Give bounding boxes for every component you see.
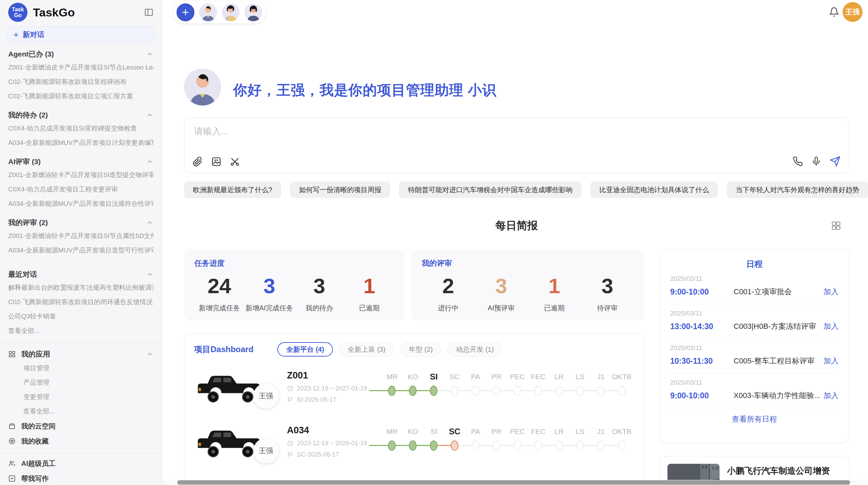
chat-input[interactable] — [193, 125, 840, 145]
app-item-project-mgmt[interactable]: 项目管理 — [8, 361, 154, 375]
list-item[interactable]: A034-全新新能源MUV产品开发项目造型可行性评审 — [8, 243, 154, 258]
milestone-dot — [388, 386, 396, 396]
join-button[interactable]: 加入 — [823, 321, 839, 332]
milestone-label: PA — [465, 372, 486, 382]
milestone-dot — [555, 386, 563, 396]
divider — [0, 453, 162, 454]
milestone-label: PR — [486, 427, 507, 436]
app-window: Task Go TaskGo + 新对话 Agent已办 (3) Z001-全新… — [0, 0, 868, 485]
input-tools-left — [193, 157, 240, 167]
tab-platform[interactable]: 全新平台 (4) — [277, 342, 333, 357]
list-item[interactable]: Z001-全新燃油轻卡产品开发项目SI造型提交物评审 — [8, 168, 154, 182]
star-circle-icon — [8, 437, 16, 445]
new-chat-button[interactable]: + 新对话 — [8, 27, 154, 42]
milestone-label: LR — [548, 372, 569, 382]
list-item[interactable]: A034-全新新能源MUV产品开发项目法规符合性评审 — [8, 197, 154, 211]
section-my-apps[interactable]: 我的应用 — [8, 347, 154, 361]
help-me-write[interactable]: 帮我写作 — [8, 471, 154, 485]
attach-icon[interactable] — [193, 157, 203, 167]
member-avatar[interactable] — [244, 3, 262, 21]
milestone-lr: LR — [548, 372, 569, 396]
suggestion-chip[interactable]: 比亚迪全固态电池计划具体说了什么 — [590, 182, 718, 198]
member-avatar[interactable] — [199, 3, 217, 21]
app-logo: Task Go — [8, 3, 27, 22]
join-button[interactable]: 加入 — [823, 356, 839, 366]
member-avatar[interactable] — [222, 3, 240, 21]
my-favorites[interactable]: 我的收藏 — [8, 434, 154, 449]
milestone-dot — [493, 386, 500, 396]
ai-super-staff[interactable]: AI超级员工 — [8, 456, 154, 471]
tab-upfit[interactable]: 全新上装 (3) — [339, 342, 394, 357]
list-item[interactable]: C02-飞腾新能源轻客改款项目的闭环通告反馈情况 — [8, 295, 154, 309]
list-item[interactable]: C0X4-动力总成开发项目工程变更评审 — [8, 182, 154, 197]
list-item[interactable]: Z001-全新燃油皮卡产品开发项目SI节点Lesson Learn报告 — [8, 60, 154, 75]
clock-icon — [287, 385, 293, 392]
stat-label: AI预评审 — [475, 303, 528, 313]
list-item[interactable]: Z001-全新燃油轻卡产品开发项目SI节点属性5D文件评审 — [8, 229, 154, 243]
scissors-icon[interactable] — [230, 157, 240, 167]
view-all-chats[interactable]: 查看全部... — [8, 324, 154, 338]
layout-grid-icon[interactable] — [831, 221, 841, 232]
notification-bell-icon[interactable] — [829, 7, 839, 18]
milestone-sc: SC — [444, 427, 465, 451]
list-item[interactable]: C02-飞腾新能源轻客改款项目里程碑画布 — [8, 75, 154, 89]
milestone-j1: J1 — [590, 427, 611, 451]
clock-icon — [287, 440, 293, 447]
list-item[interactable]: 公司Q3轻卡销量 — [8, 309, 154, 324]
schedule-date: 2025/03/11 — [670, 275, 839, 283]
app-item-change-mgmt[interactable]: 变更管理 — [8, 390, 154, 404]
milestone-dot — [451, 440, 458, 451]
schedule-time: 9:00-10:00 — [670, 287, 734, 297]
milestone-fec: FEC — [528, 427, 548, 451]
join-button[interactable]: 加入 — [823, 390, 839, 401]
stat-value: 3 — [581, 273, 634, 299]
suggestion-chip[interactable]: 如何写一份清晰的项目周报 — [290, 182, 390, 198]
milestone-label: LS — [569, 427, 590, 436]
app-item-product-mgmt[interactable]: 产品管理 — [8, 375, 154, 390]
section-ai-review[interactable]: AI评审 (3) — [8, 156, 154, 168]
schedule-event: C005-整车工程目标评审 — [734, 356, 823, 366]
collapse-sidebar-icon[interactable] — [144, 8, 154, 17]
project-image: 王强 — [194, 422, 264, 461]
section-agent-done[interactable]: Agent已办 (3) — [8, 48, 154, 60]
view-all-schedule[interactable]: 查看所有日程 — [670, 408, 839, 431]
schedule-event: C003|H0B-方案冻结评审 — [734, 321, 823, 332]
tab-powertrain[interactable]: 动总开发 (1) — [447, 342, 502, 357]
milestone-dot — [514, 386, 521, 396]
send-icon[interactable] — [830, 156, 841, 167]
user-avatar[interactable]: 王强 — [843, 2, 863, 22]
image-icon[interactable] — [211, 157, 221, 167]
milestone-label: SC — [444, 427, 465, 436]
tab-model-year[interactable]: 年型 (2) — [400, 342, 441, 357]
list-item[interactable]: C0X4-动力总成开发项目SI里程碑提交物检查 — [8, 121, 154, 136]
phone-icon[interactable] — [793, 156, 803, 166]
sidebar-header: Task Go TaskGo — [0, 0, 162, 25]
list-item[interactable]: 解释最新出台的欧盟报废车法规再生塑料比例被调至15%... — [8, 281, 154, 295]
suggestion-chip[interactable]: 欧洲新规最近颁布了什么? — [184, 182, 281, 198]
mic-icon[interactable] — [811, 156, 821, 166]
list-item[interactable]: C02-飞腾新能源轻客改款项目立项汇报方案 — [8, 89, 154, 103]
milestone-lr: LR — [548, 427, 569, 451]
stat-label: 进行中 — [422, 303, 475, 313]
suggestion-chip[interactable]: 当下年轻人对汽车外观有怎样的喜好趋势 — [727, 182, 868, 198]
join-button[interactable]: 加入 — [823, 287, 839, 297]
add-member-button[interactable] — [177, 3, 194, 21]
section-recent-chats[interactable]: 最近对话 — [8, 268, 154, 281]
milestone-dot — [514, 440, 521, 451]
section-my-review[interactable]: 我的评审 (2) — [8, 216, 154, 229]
my-cloud-space[interactable]: 我的云空间 — [8, 419, 154, 434]
milestone-label: PA — [465, 427, 486, 436]
suggestion-chip[interactable]: 特朗普可能对进口汽车增税会对中国车企造成哪些影响 — [399, 182, 581, 198]
view-all-apps[interactable]: 查看全部... — [8, 404, 154, 419]
project-row[interactable]: 王强 Z001 2023-12-19 ~ 2027-01-19 SI-2025-… — [184, 359, 644, 414]
horizontal-scrollbar-thumb[interactable] — [177, 480, 850, 485]
list-item[interactable]: A034-全新新能源MUV产品开发项目计划变更表编写 — [8, 136, 154, 150]
section-my-todo[interactable]: 我的待办 (2) — [8, 109, 154, 121]
project-row[interactable]: 王强 A034 2023-12-19 ~ 2026-01-19 SC-2025-… — [184, 414, 644, 469]
schedule-date: 2025/03/11 — [670, 310, 839, 317]
project-image: 王强 — [194, 368, 264, 406]
suggestion-chips: 欧洲新规最近颁布了什么? 如何写一份清晰的项目周报 特朗普可能对进口汽车增税会对… — [184, 182, 853, 198]
milestone-dot — [409, 440, 417, 451]
project-name: A034 — [287, 425, 372, 436]
milestone-label: FEC — [528, 372, 548, 382]
